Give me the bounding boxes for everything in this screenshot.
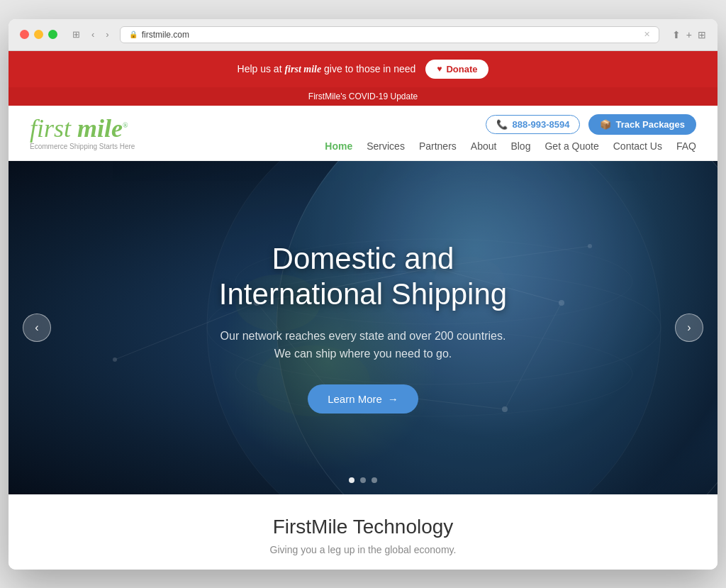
svg-point-16 xyxy=(559,300,564,306)
brand-italic: first mile xyxy=(284,64,321,74)
learn-more-label: Learn More xyxy=(328,393,382,405)
heart-icon: ♥ xyxy=(437,64,442,74)
svg-point-19 xyxy=(113,357,117,362)
nav-services[interactable]: Services xyxy=(367,140,405,152)
nav-right: 📞 888-993-8594 📦 Track Packages Home Ser… xyxy=(325,114,696,152)
track-packages-button[interactable]: 📦 Track Packages xyxy=(588,114,696,135)
browser-window: ⊞ ‹ › 🔒 firstmile.com ✕ ⬆ + ⊞ Help us at… xyxy=(9,19,717,570)
next-arrow-icon: › xyxy=(687,321,691,334)
logo-tagline: Ecommerce Shipping Starts Here xyxy=(30,143,135,150)
hero-subtitle-line1: Our network reaches every state and over… xyxy=(220,330,506,342)
covid-banner[interactable]: FirstMile's COVID-19 Update xyxy=(9,87,717,106)
nav-contact-us[interactable]: Contact Us xyxy=(613,140,662,152)
maximize-button[interactable] xyxy=(48,30,57,39)
logo-area[interactable]: first mile® Ecommerce Shipping Starts He… xyxy=(30,116,135,150)
track-label: Track Packages xyxy=(615,119,685,130)
sidebar-toggle[interactable]: ⊞ xyxy=(69,28,84,41)
lock-icon: 🔒 xyxy=(129,30,138,38)
address-bar[interactable]: 🔒 firstmile.com ✕ xyxy=(120,26,659,43)
logo-trademark: ® xyxy=(123,121,128,129)
share-button[interactable]: ⬆ xyxy=(672,29,681,40)
donate-button[interactable]: ♥ Donate xyxy=(425,60,488,79)
donate-label: Donate xyxy=(446,64,477,74)
hero-dot-1[interactable] xyxy=(349,477,354,483)
traffic-lights xyxy=(20,30,57,39)
hero-dot-3[interactable] xyxy=(372,477,377,483)
hero-title: Domestic andInternational Shipping xyxy=(219,241,507,313)
nav-partners[interactable]: Partners xyxy=(419,140,457,152)
nav-bar: first mile® Ecommerce Shipping Starts He… xyxy=(9,106,717,161)
banner-text: Help us at first mile give to those in n… xyxy=(238,63,416,75)
hero-subtitle-line2: We can ship where you need to go. xyxy=(274,348,452,360)
phone-icon: 📞 xyxy=(496,119,508,130)
forward-button[interactable]: › xyxy=(102,28,112,41)
extensions-button[interactable]: ⊞ xyxy=(698,29,706,40)
bottom-title: FirstMile Technology xyxy=(23,516,703,538)
svg-point-20 xyxy=(588,244,592,248)
hero-prev-button[interactable]: ‹ xyxy=(23,314,51,342)
hero-dots xyxy=(349,477,377,483)
refresh-icon[interactable]: ✕ xyxy=(644,30,650,39)
nav-top-row: 📞 888-993-8594 📦 Track Packages xyxy=(486,114,696,135)
logo-first: first xyxy=(30,114,71,143)
url-text: firstmile.com xyxy=(142,30,189,40)
prev-arrow-icon: ‹ xyxy=(35,321,38,334)
learn-more-arrow: → xyxy=(388,393,398,405)
top-banner: Help us at first mile give to those in n… xyxy=(9,51,717,87)
nav-blog[interactable]: Blog xyxy=(510,140,530,152)
nav-faq[interactable]: FAQ xyxy=(676,140,696,152)
phone-number: 888-993-8594 xyxy=(512,119,569,130)
phone-button[interactable]: 📞 888-993-8594 xyxy=(486,115,580,134)
nav-about[interactable]: About xyxy=(471,140,497,152)
package-icon: 📦 xyxy=(600,119,611,130)
minimize-button[interactable] xyxy=(34,30,43,39)
logo-mile: mile xyxy=(71,114,123,143)
hero-dot-2[interactable] xyxy=(360,477,366,483)
close-button[interactable] xyxy=(20,30,29,39)
learn-more-button[interactable]: Learn More → xyxy=(308,384,418,414)
hero-next-button[interactable]: › xyxy=(675,314,703,342)
back-button[interactable]: ‹ xyxy=(88,28,98,41)
nav-links: Home Services Partners About Blog Get a … xyxy=(325,140,696,152)
nav-get-a-quote[interactable]: Get a Quote xyxy=(544,140,598,152)
covid-text: FirstMile's COVID-19 Update xyxy=(308,91,418,101)
nav-home[interactable]: Home xyxy=(325,140,352,152)
bottom-subtitle: Giving you a leg up in the global econom… xyxy=(23,544,703,555)
browser-titlebar: ⊞ ‹ › 🔒 firstmile.com ✕ ⬆ + ⊞ xyxy=(9,19,717,51)
browser-controls: ⊞ ‹ › xyxy=(69,28,113,41)
new-tab-button[interactable]: + xyxy=(686,29,692,40)
logo: first mile® xyxy=(30,116,135,141)
hero-section: ‹ Domestic andInternational Shipping Our… xyxy=(9,161,717,494)
hero-subtitle: Our network reaches every state and over… xyxy=(219,327,507,363)
browser-actions: ⬆ + ⊞ xyxy=(672,29,706,40)
bottom-section: FirstMile Technology Giving you a leg up… xyxy=(9,494,717,570)
hero-content: Domestic andInternational Shipping Our n… xyxy=(191,241,535,414)
